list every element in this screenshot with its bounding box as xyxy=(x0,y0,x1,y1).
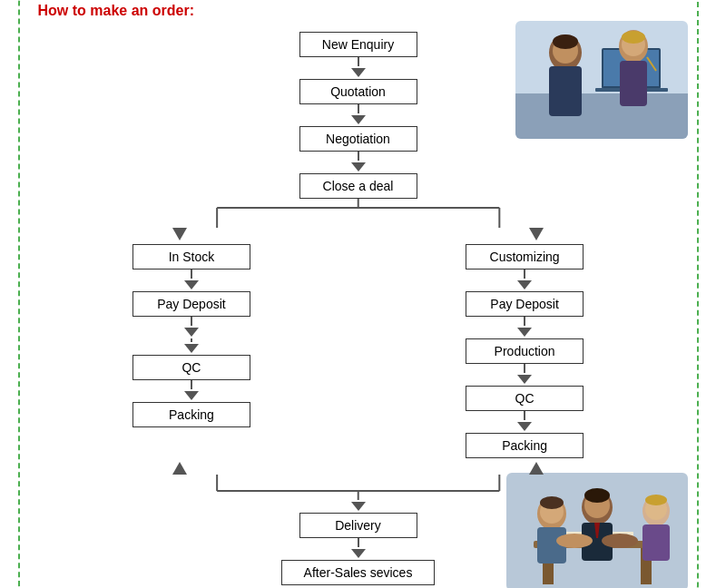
svg-point-12 xyxy=(622,31,645,44)
left-step1: In Stock xyxy=(132,244,250,270)
step-delivery: Delivery xyxy=(299,513,417,538)
svg-point-26 xyxy=(584,488,610,503)
svg-point-11 xyxy=(553,34,578,49)
step-new-enquiry: New Enquiry xyxy=(299,32,417,57)
arrow-to-delivery xyxy=(351,500,366,513)
arrow-1 xyxy=(351,57,366,79)
step-close-deal: Close a deal xyxy=(299,173,417,199)
svg-marker-40 xyxy=(172,462,187,475)
arrow-left-branch xyxy=(172,228,187,240)
left-step2: Pay Deposit xyxy=(132,291,250,317)
step-quotation: Quotation xyxy=(299,79,417,104)
page-title: How to make an order: xyxy=(38,3,679,19)
image-top-right xyxy=(515,21,688,139)
split-connector-svg xyxy=(172,199,544,228)
svg-rect-29 xyxy=(642,524,670,561)
right-step4: QC xyxy=(466,386,584,411)
svg-rect-1 xyxy=(515,93,688,139)
svg-point-32 xyxy=(556,534,593,548)
left-step4: Packing xyxy=(132,402,250,427)
arrow-5 xyxy=(351,538,366,560)
right-step1: Customizing xyxy=(466,244,584,270)
svg-rect-6 xyxy=(549,66,582,116)
merge-arrow-left xyxy=(172,462,187,475)
main-container: How to make an order: xyxy=(18,0,699,588)
right-step3: Production xyxy=(466,338,584,364)
svg-rect-9 xyxy=(620,61,647,106)
svg-point-33 xyxy=(602,534,638,548)
merge-connector-svg xyxy=(172,475,544,500)
right-arrow-3 xyxy=(517,364,532,386)
right-arrow-2 xyxy=(517,317,532,338)
right-step2: Pay Deposit xyxy=(466,291,584,317)
svg-marker-41 xyxy=(529,462,544,475)
right-arrow-1 xyxy=(517,270,532,291)
svg-point-31 xyxy=(645,495,667,505)
right-branch: Customizing Pay Deposit Production QC xyxy=(371,244,679,458)
arrow-2 xyxy=(351,104,366,126)
svg-marker-39 xyxy=(529,228,544,240)
step-negotiation: Negotiation xyxy=(299,126,417,152)
svg-marker-38 xyxy=(172,228,187,240)
right-step5: Packing xyxy=(466,433,584,458)
branches-row: In Stock Pay Deposit QC xyxy=(38,244,679,458)
left-arrow-2 xyxy=(184,317,199,338)
left-gap xyxy=(38,338,346,355)
right-arrow-4 xyxy=(517,411,532,433)
left-branch: In Stock Pay Deposit QC xyxy=(38,244,346,427)
arrow-3 xyxy=(351,152,366,173)
merge-arrow-right xyxy=(529,462,544,475)
left-step3: QC xyxy=(132,355,250,380)
step-after-sales: After-Sales sevices xyxy=(281,560,436,585)
left-arrow-3 xyxy=(184,380,199,402)
arrow-right-branch xyxy=(529,228,544,240)
left-arrow-1 xyxy=(184,270,199,291)
